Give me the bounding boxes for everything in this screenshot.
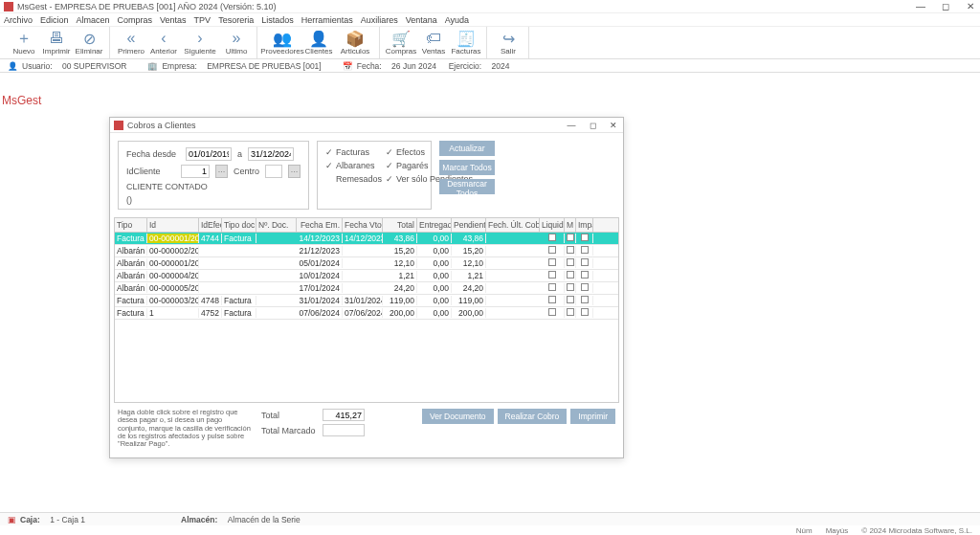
table-row[interactable]: Factura00-000003/20244748Factura31/01/20… <box>115 295 618 307</box>
m-checkbox[interactable] <box>567 234 574 241</box>
articulos-button[interactable]: 📦Articulos <box>335 27 375 58</box>
impa-checkbox[interactable] <box>581 283 589 291</box>
idcliente-label: IdCliente <box>126 167 175 176</box>
cobros-grid[interactable]: Tipo Id IdEfecto Tipo doc. Nº. Doc. Fech… <box>114 217 619 403</box>
salir-icon: ↪ <box>500 30 517 47</box>
ejercicio-value: 2024 <box>491 61 509 71</box>
menu-ayuda[interactable]: Ayuda <box>445 15 469 25</box>
fecha-desde-input[interactable] <box>186 147 232 161</box>
dialog-minimize-button[interactable]: — <box>566 121 577 130</box>
menu-ventana[interactable]: Ventana <box>406 15 437 25</box>
table-row[interactable]: Factura14752Factura07/06/202407/06/20242… <box>115 307 618 320</box>
cliente-nombre: CLIENTE CONTADO <box>126 182 301 191</box>
primero-button[interactable]: «Primero <box>115 27 147 58</box>
compras-button[interactable]: 🛒Compras <box>385 27 417 58</box>
ultimo-button[interactable]: »Ultimo <box>220 27 253 58</box>
fecha-desde-label: Fecha desde <box>126 149 180 159</box>
main-toolbar: ＋Nuevo🖶Imprimir⊘Eliminar «Primero‹Anteri… <box>0 27 980 59</box>
impa-checkbox[interactable] <box>581 271 589 279</box>
menu-tesoreria[interactable]: Tesoreria <box>218 15 254 25</box>
user-icon: 👤 <box>8 61 18 71</box>
menu-herramientas[interactable]: Herramientas <box>301 15 353 25</box>
table-row[interactable]: Factura00-000001/20234744Factura14/12/20… <box>115 233 618 245</box>
liquidad-checkbox[interactable] <box>548 308 556 316</box>
eliminar-button[interactable]: ⊘Eliminar <box>73 27 105 58</box>
impa-checkbox[interactable] <box>581 296 589 303</box>
menu-archivo[interactable]: Archivo <box>4 15 33 25</box>
salir-button[interactable]: ↪Salir <box>492 27 524 58</box>
cliente-sub: () <box>126 195 301 205</box>
clientes-button[interactable]: 👤Clientes <box>302 27 335 58</box>
nuevo-icon: ＋ <box>15 30 33 47</box>
m-checkbox[interactable] <box>567 283 574 291</box>
proveedores-button[interactable]: 👥Proveedores <box>262 27 302 58</box>
impa-checkbox[interactable] <box>581 308 589 316</box>
actualizar-button[interactable]: Actualizar <box>439 141 495 156</box>
table-row[interactable]: Albarán00-000005/202417/01/202424,200,00… <box>115 282 618 295</box>
window-title: MsGest - EMPRESA DE PRUEBAS [001] AÑO 20… <box>17 2 915 11</box>
window-minimize-button[interactable]: — <box>915 1 926 11</box>
status-num: Núm <box>796 526 813 535</box>
menu-listados[interactable]: Listados <box>261 15 294 25</box>
m-checkbox[interactable] <box>567 258 574 266</box>
impa-checkbox[interactable] <box>581 234 589 241</box>
m-checkbox[interactable] <box>567 271 574 279</box>
siguiente-button[interactable]: ›Siguiente <box>180 27 220 58</box>
liquidad-checkbox[interactable] <box>548 246 556 254</box>
liquidad-checkbox[interactable] <box>548 296 556 303</box>
marcar-todos-button[interactable]: Marcar Todos <box>439 160 495 175</box>
menu-tpv[interactable]: TPV <box>194 15 212 25</box>
statusbar-bottom: Núm Mayús © 2024 Microdata Software, S.L… <box>0 525 980 535</box>
m-checkbox[interactable] <box>567 296 574 303</box>
impa-checkbox[interactable] <box>581 246 589 254</box>
menu-edicion[interactable]: Edicion <box>40 15 69 25</box>
ventas-button[interactable]: 🏷Ventas <box>417 27 450 58</box>
dialog-close-button[interactable]: ✕ <box>608 121 619 130</box>
chk-facturas[interactable]: ✓Facturas <box>325 147 382 157</box>
centro-lookup-button[interactable]: … <box>288 165 301 178</box>
liquidad-checkbox[interactable] <box>548 271 556 279</box>
facturas-button[interactable]: 🧾Facturas <box>450 27 482 58</box>
proveedores-icon: 👥 <box>274 30 291 47</box>
table-row[interactable]: Albarán00-000004/202410/01/20241,210,001… <box>115 270 618 282</box>
menu-ventas[interactable]: Ventas <box>160 15 187 25</box>
caja-value: 1 - Caja 1 <box>50 515 85 524</box>
dialog-titlebar[interactable]: Cobros a Clientes — ◻ ✕ <box>110 118 623 133</box>
menu-auxiliares[interactable]: Auxiliares <box>361 15 398 25</box>
window-restore-button[interactable]: ◻ <box>940 1 951 11</box>
menu-almacen[interactable]: Almacen <box>77 15 110 25</box>
ver-documento-button[interactable]: Ver Documento <box>422 409 494 424</box>
m-checkbox[interactable] <box>567 308 574 316</box>
fecha-label: Fecha: <box>357 61 382 71</box>
footer-hint: Haga doble click sobre el registro que d… <box>118 409 252 448</box>
table-row[interactable]: Albarán00-000001/202405/01/202412,100,00… <box>115 257 618 270</box>
empresa-label: Empresa: <box>162 61 196 71</box>
chk-remesados[interactable]: Remesados <box>325 174 382 184</box>
window-close-button[interactable]: ✕ <box>965 1 976 11</box>
imprimir-button[interactable]: Imprimir <box>570 409 615 424</box>
infobar: 👤Usuario: 00 SUPERVISOR 🏢Empresa: EMPRES… <box>0 59 980 73</box>
cobros-dialog: Cobros a Clientes — ◻ ✕ Fecha desde a Id… <box>109 117 624 458</box>
liquidad-checkbox[interactable] <box>548 258 556 266</box>
desmarcar-todos-button[interactable]: Desmarcar Todos <box>439 179 495 194</box>
impa-checkbox[interactable] <box>581 258 589 266</box>
imprimir-button[interactable]: 🖶Imprimir <box>40 27 73 58</box>
doctypes-panel: ✓Facturas ✓Efectos ✓Albaranes ✓Pagarés R… <box>317 141 432 210</box>
liquidad-checkbox[interactable] <box>548 283 556 291</box>
menu-compras[interactable]: Compras <box>118 15 153 25</box>
fecha-hasta-input[interactable] <box>248 147 294 161</box>
idcliente-lookup-button[interactable]: … <box>215 165 228 178</box>
liquidad-checkbox[interactable] <box>548 234 556 241</box>
dialog-title: Cobros a Clientes <box>127 121 566 130</box>
ejercicio-label: Ejercicio: <box>449 61 481 71</box>
m-checkbox[interactable] <box>567 246 574 254</box>
dialog-maximize-button[interactable]: ◻ <box>587 121 598 130</box>
compras-icon: 🛒 <box>392 30 410 47</box>
centro-input[interactable] <box>265 165 282 178</box>
chk-albaranes[interactable]: ✓Albaranes <box>325 161 382 170</box>
realizar-cobro-button[interactable]: Realizar Cobro <box>498 409 568 424</box>
nuevo-button[interactable]: ＋Nuevo <box>8 27 40 58</box>
table-row[interactable]: Albarán00-000002/202321/12/202315,200,00… <box>115 245 618 257</box>
idcliente-input[interactable] <box>181 165 210 178</box>
anterior-button[interactable]: ‹Anterior <box>147 27 180 58</box>
